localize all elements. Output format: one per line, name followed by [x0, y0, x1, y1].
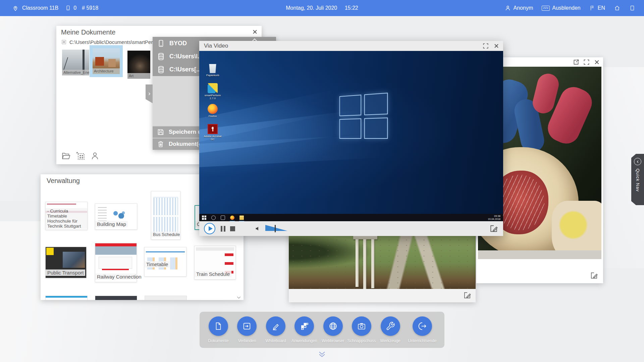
expand-more-icon[interactable] [318, 351, 326, 358]
user-name: Anonym [514, 5, 533, 11]
toolbar-whiteboard-button[interactable]: Whiteboard [262, 316, 290, 343]
tile-label: - Curricula Timetable Hochschule für Tec… [46, 208, 87, 229]
close-icon[interactable] [593, 59, 600, 66]
toolbar-unterrichtsende-button[interactable]: Unterrichtsende [405, 316, 440, 343]
firefox-taskbar-icon [230, 216, 234, 220]
document-tile[interactable]: Public Transport [45, 247, 87, 278]
annotate-icon[interactable] [489, 224, 498, 233]
toolbar-webbrowser-button[interactable]: Webbrowser [319, 316, 347, 343]
windows-logo [339, 93, 388, 139]
document-tile[interactable]: Building Map [95, 203, 137, 230]
fullscreen-icon[interactable] [482, 43, 489, 49]
database-icon [157, 65, 165, 74]
temple-column [371, 239, 374, 288]
windows-taskbar: 09:38 19.04.2018 [199, 214, 503, 221]
file-thumbnail[interactable]: Alternative_Energy [62, 50, 89, 75]
toolbar-verbinden-button[interactable]: Verbinden [233, 316, 261, 343]
image-footer [476, 268, 603, 283]
display-icon [629, 5, 635, 11]
qr-grid-icon [61, 39, 67, 45]
tile-label: Building Map [95, 221, 128, 227]
tile-label: Train Schedule [195, 271, 231, 277]
tile-label: Timetable [145, 261, 170, 267]
document-tile[interactable]: Timetable [144, 247, 186, 277]
close-icon[interactable] [252, 28, 258, 35]
document-tile[interactable]: Bus Schedule [151, 191, 180, 240]
top-bar: Classroom 11B 0 # 5918 Montag, 20. Juli … [0, 0, 644, 16]
quick-nav-label: Quick Nav [635, 169, 640, 192]
file-name: Architecture [93, 68, 120, 74]
temple-column [356, 239, 359, 287]
toolbar-werkzeuge-button[interactable]: Werkzeuge [376, 316, 405, 343]
current-path: C:\Users\Public\Documents\smartPerformC [69, 39, 166, 45]
model-stand [478, 250, 601, 259]
desktop-icon-firefox: Firefox [202, 104, 223, 118]
cortana-icon [211, 216, 216, 220]
video-frame-windows-desktop: Papierkorb smartPerform 2.7.0 Firefox Ad… [199, 51, 503, 221]
time-label: 15:22 [345, 5, 358, 11]
stop-button[interactable] [230, 226, 235, 231]
desktop-icon-smartperform: smartPerform 2.7.0 [202, 83, 223, 100]
document-tile[interactable]: - Curricula Timetable Hochschule für Tec… [45, 202, 88, 230]
document-tile-partial[interactable] [45, 296, 88, 300]
temple-column [363, 239, 366, 289]
add-media-button[interactable] [75, 151, 86, 161]
connect-icon [242, 321, 252, 331]
tile-label: Bus Schedule [151, 232, 180, 237]
logout-icon [418, 321, 427, 331]
document-tile-partial[interactable] [95, 296, 137, 300]
hide-label: Ausblenden [552, 5, 581, 11]
document-tile[interactable]: Train Schedule [194, 246, 236, 280]
desktop-icon-recycle-bin: Papierkorb [202, 63, 223, 77]
toolbar-dokumente-button[interactable]: Dokumente [204, 316, 232, 343]
share-icon[interactable] [573, 59, 580, 66]
annotate-icon[interactable] [463, 291, 472, 300]
annotate-icon[interactable] [590, 271, 598, 280]
pause-button[interactable] [221, 226, 225, 232]
language-label: EN [598, 5, 605, 11]
documents-title: Meine Dokumente [61, 28, 115, 36]
open-folder-button[interactable] [61, 151, 71, 161]
document-icon [214, 321, 223, 331]
document-tile-partial[interactable] [145, 296, 187, 300]
wrench-icon [386, 321, 395, 331]
file-thumbnail[interactable]: Art [127, 51, 150, 79]
home-icon [614, 5, 621, 11]
home-button[interactable] [614, 5, 621, 11]
start-icon [202, 216, 206, 220]
scroll-down-icon[interactable] [236, 296, 241, 299]
trash-icon [157, 140, 165, 148]
play-button[interactable] [204, 223, 215, 234]
quick-nav-tab[interactable]: Quick Nav [631, 154, 644, 205]
volume-slider[interactable] [265, 225, 287, 232]
volume-icon[interactable] [255, 225, 262, 232]
display-button[interactable] [629, 5, 635, 11]
volume-slider-handle[interactable] [275, 225, 276, 232]
hide-button[interactable]: ZZz Ausblenden [542, 5, 581, 11]
taskview-icon [221, 216, 225, 220]
toolbar-schnappschuss-button[interactable]: Schnappschuss [347, 316, 376, 343]
taskbar-clock: 09:38 19.04.2018 [488, 215, 500, 221]
explorer-taskbar-icon [239, 216, 244, 220]
user-menu[interactable]: Anonym [504, 5, 533, 11]
camera-icon [357, 321, 366, 331]
flag-icon [589, 5, 595, 11]
toolbar-anwendungen-button[interactable]: Anwendungen [290, 316, 318, 343]
user-icon [504, 5, 511, 11]
close-icon[interactable] [493, 43, 500, 49]
file-thumbnail-selected[interactable]: Architecture [90, 45, 123, 77]
fullscreen-icon[interactable] [583, 59, 590, 66]
user-files-button[interactable] [90, 151, 100, 161]
language-button[interactable]: EN [589, 5, 605, 11]
video-titlebar[interactable]: Via Video [199, 41, 503, 51]
save-icon [157, 128, 165, 136]
via-video-window: Via Video Papierkorb smartPerform 2.7.0 … [199, 41, 503, 236]
video-controls [199, 221, 503, 236]
pencil-icon [271, 321, 280, 331]
database-icon [157, 52, 165, 61]
tile-label: Railway Connection [95, 274, 137, 280]
document-tile[interactable]: Railway Connection [95, 243, 137, 282]
file-name: Alternative_Energy [62, 70, 89, 75]
tablet-icon [157, 39, 165, 48]
source-label: BYOD [169, 40, 187, 47]
